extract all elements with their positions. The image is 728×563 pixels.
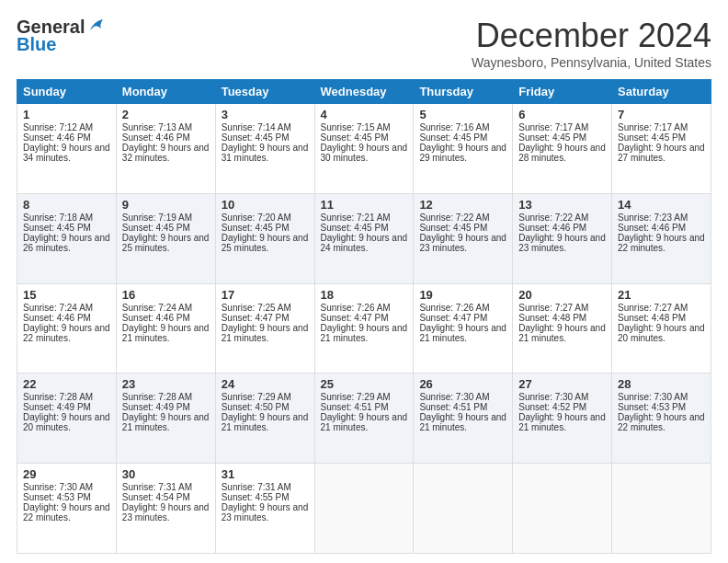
day-number: 15 <box>23 288 110 302</box>
calendar-week-row: 15 Sunrise: 7:24 AM Sunset: 4:46 PM Dayl… <box>17 283 711 373</box>
daylight-label: Daylight: 9 hours and 32 minutes. <box>122 143 210 163</box>
sunset-label: Sunset: 4:53 PM <box>23 492 91 502</box>
sunset-label: Sunset: 4:51 PM <box>419 402 487 412</box>
daylight-label: Daylight: 9 hours and 27 minutes. <box>618 143 705 163</box>
daylight-label: Daylight: 9 hours and 20 minutes. <box>23 412 110 432</box>
day-number: 11 <box>321 198 408 212</box>
sunset-label: Sunset: 4:46 PM <box>23 132 91 143</box>
daylight-label: Daylight: 9 hours and 23 minutes. <box>222 502 309 523</box>
calendar-week-row: 29 Sunrise: 7:30 AM Sunset: 4:53 PM Dayl… <box>17 464 711 554</box>
sunset-label: Sunset: 4:47 PM <box>222 313 290 323</box>
daylight-label: Daylight: 9 hours and 21 minutes. <box>222 323 309 343</box>
daylight-label: Daylight: 9 hours and 28 minutes. <box>518 143 606 163</box>
col-tuesday: Tuesday <box>215 80 314 104</box>
sunrise-label: Sunrise: 7:13 AM <box>122 122 192 132</box>
calendar-cell <box>414 464 513 554</box>
sunrise-label: Sunrise: 7:16 AM <box>419 122 489 132</box>
calendar-cell: 17 Sunrise: 7:25 AM Sunset: 4:47 PM Dayl… <box>215 283 314 373</box>
sunrise-label: Sunrise: 7:24 AM <box>23 303 93 313</box>
daylight-label: Daylight: 9 hours and 21 minutes. <box>122 323 210 343</box>
calendar-cell <box>314 464 414 554</box>
calendar-cell: 22 Sunrise: 7:28 AM Sunset: 4:49 PM Dayl… <box>17 373 117 464</box>
daylight-label: Daylight: 9 hours and 25 minutes. <box>122 233 210 253</box>
calendar-cell: 23 Sunrise: 7:28 AM Sunset: 4:49 PM Dayl… <box>116 373 215 464</box>
daylight-label: Daylight: 9 hours and 23 minutes. <box>122 502 210 523</box>
calendar-cell: 10 Sunrise: 7:20 AM Sunset: 4:45 PM Dayl… <box>215 193 314 283</box>
sunset-label: Sunset: 4:45 PM <box>518 132 586 143</box>
day-number: 8 <box>23 198 110 212</box>
day-number: 26 <box>419 377 506 391</box>
sunrise-label: Sunrise: 7:24 AM <box>122 303 192 313</box>
col-sunday: Sunday <box>17 80 117 104</box>
day-number: 5 <box>419 108 506 121</box>
daylight-label: Daylight: 9 hours and 20 minutes. <box>618 323 705 343</box>
daylight-label: Daylight: 9 hours and 31 minutes. <box>222 143 309 163</box>
sunset-label: Sunset: 4:54 PM <box>122 492 190 502</box>
day-number: 28 <box>618 377 705 391</box>
calendar-cell <box>612 464 711 554</box>
sunrise-label: Sunrise: 7:30 AM <box>618 392 688 402</box>
day-number: 31 <box>222 467 309 481</box>
calendar-cell: 9 Sunrise: 7:19 AM Sunset: 4:45 PM Dayli… <box>116 193 215 283</box>
sunrise-label: Sunrise: 7:30 AM <box>518 392 588 402</box>
calendar-cell: 28 Sunrise: 7:30 AM Sunset: 4:53 PM Dayl… <box>612 373 711 464</box>
daylight-label: Daylight: 9 hours and 34 minutes. <box>23 143 110 163</box>
sunrise-label: Sunrise: 7:22 AM <box>518 213 588 223</box>
day-number: 16 <box>122 288 210 302</box>
col-wednesday: Wednesday <box>314 80 414 104</box>
calendar-cell: 1 Sunrise: 7:12 AM Sunset: 4:46 PM Dayli… <box>17 104 117 194</box>
sunrise-label: Sunrise: 7:29 AM <box>321 392 391 402</box>
sunset-label: Sunset: 4:51 PM <box>321 402 389 412</box>
daylight-label: Daylight: 9 hours and 22 minutes. <box>618 233 705 253</box>
sunrise-label: Sunrise: 7:17 AM <box>518 122 588 132</box>
sunset-label: Sunset: 4:46 PM <box>518 223 586 233</box>
daylight-label: Daylight: 9 hours and 21 minutes. <box>321 323 408 343</box>
sunset-label: Sunset: 4:53 PM <box>618 402 686 412</box>
sunrise-label: Sunrise: 7:28 AM <box>23 392 93 402</box>
col-monday: Monday <box>116 80 215 104</box>
sunset-label: Sunset: 4:45 PM <box>222 132 290 143</box>
sunrise-label: Sunrise: 7:30 AM <box>23 482 93 492</box>
daylight-label: Daylight: 9 hours and 21 minutes. <box>419 412 506 432</box>
sunset-label: Sunset: 4:45 PM <box>419 223 487 233</box>
calendar-cell: 20 Sunrise: 7:27 AM Sunset: 4:48 PM Dayl… <box>513 283 612 373</box>
sunset-label: Sunset: 4:45 PM <box>618 132 686 143</box>
calendar-cell: 18 Sunrise: 7:26 AM Sunset: 4:47 PM Dayl… <box>314 283 414 373</box>
calendar-cell: 21 Sunrise: 7:27 AM Sunset: 4:48 PM Dayl… <box>612 283 711 373</box>
calendar-cell: 12 Sunrise: 7:22 AM Sunset: 4:45 PM Dayl… <box>414 193 513 283</box>
sunrise-label: Sunrise: 7:17 AM <box>618 122 688 132</box>
daylight-label: Daylight: 9 hours and 21 minutes. <box>222 412 309 432</box>
daylight-label: Daylight: 9 hours and 30 minutes. <box>321 143 408 163</box>
sunset-label: Sunset: 4:52 PM <box>518 402 586 412</box>
calendar-cell: 2 Sunrise: 7:13 AM Sunset: 4:46 PM Dayli… <box>116 104 215 194</box>
sunset-label: Sunset: 4:49 PM <box>122 402 190 412</box>
col-friday: Friday <box>513 80 612 104</box>
day-number: 13 <box>518 198 606 212</box>
calendar-table: Sunday Monday Tuesday Wednesday Thursday… <box>17 79 711 554</box>
page: General Blue December 2024 Waynesboro, P… <box>0 0 728 563</box>
location: Waynesboro, Pennsylvania, United States <box>472 55 711 70</box>
sunset-label: Sunset: 4:46 PM <box>23 313 91 323</box>
sunrise-label: Sunrise: 7:29 AM <box>222 392 291 402</box>
sunrise-label: Sunrise: 7:19 AM <box>122 213 192 223</box>
sunset-label: Sunset: 4:45 PM <box>321 132 389 143</box>
sunrise-label: Sunrise: 7:30 AM <box>419 392 489 402</box>
calendar-cell: 16 Sunrise: 7:24 AM Sunset: 4:46 PM Dayl… <box>116 283 215 373</box>
calendar-cell: 11 Sunrise: 7:21 AM Sunset: 4:45 PM Dayl… <box>314 193 414 283</box>
month-title: December 2024 <box>472 17 711 55</box>
sunrise-label: Sunrise: 7:21 AM <box>321 213 391 223</box>
sunrise-label: Sunrise: 7:12 AM <box>23 122 93 132</box>
logo: General Blue <box>17 17 107 55</box>
sunset-label: Sunset: 4:46 PM <box>122 132 190 143</box>
logo-blue: Blue <box>17 34 56 55</box>
calendar-cell: 27 Sunrise: 7:30 AM Sunset: 4:52 PM Dayl… <box>513 373 612 464</box>
calendar-cell: 29 Sunrise: 7:30 AM Sunset: 4:53 PM Dayl… <box>17 464 117 554</box>
day-number: 2 <box>122 108 210 121</box>
daylight-label: Daylight: 9 hours and 23 minutes. <box>419 233 506 253</box>
daylight-label: Daylight: 9 hours and 21 minutes. <box>122 412 210 432</box>
daylight-label: Daylight: 9 hours and 24 minutes. <box>321 233 408 253</box>
calendar-cell: 6 Sunrise: 7:17 AM Sunset: 4:45 PM Dayli… <box>513 104 612 194</box>
sunrise-label: Sunrise: 7:31 AM <box>222 482 291 492</box>
daylight-label: Daylight: 9 hours and 23 minutes. <box>518 233 606 253</box>
daylight-label: Daylight: 9 hours and 21 minutes. <box>518 412 606 432</box>
